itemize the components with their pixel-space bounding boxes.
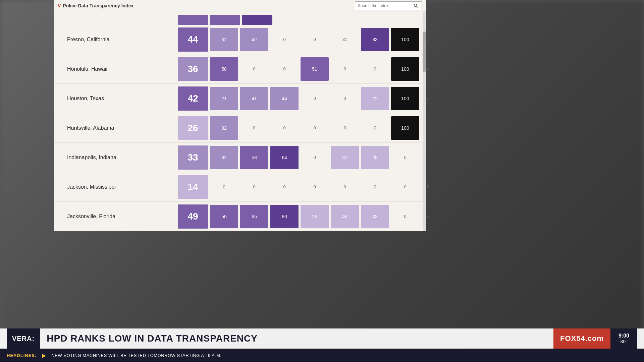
ticker-bar: HEADLINES: ▶ NEW VOTING MACHINES WILL BE… (0, 349, 644, 362)
score-cell: 0 (301, 175, 329, 199)
vera-label: VERA: (12, 335, 35, 343)
vera-logo-icon: V (58, 3, 61, 8)
score-cell: 51 (301, 57, 329, 81)
score-cell: 65 (240, 205, 268, 228)
score-cell: 80 (270, 205, 299, 228)
ticker-text: NEW VOTING MACHINES WILL BE TESTED TOMOR… (51, 353, 221, 358)
scrollbar-track[interactable] (423, 11, 426, 231)
ticker-label: HEADLINES: (7, 353, 37, 358)
fox54-logo: FOX54.com (560, 334, 604, 343)
score-cells: 33325364031280 (178, 145, 423, 170)
score-cell: 0 (331, 87, 359, 110)
city-name: Jackson, Mississippi (54, 184, 178, 190)
score-cell: 0 (391, 175, 419, 199)
city-name: Huntsville, Alabama (54, 125, 178, 131)
score-cell: 53 (240, 146, 268, 169)
score-cell: 100 (391, 28, 419, 51)
score-cell: 64 (270, 146, 299, 169)
score-cell: 0 (331, 116, 359, 140)
headline-bar: VERA: HPD RANKS LOW IN DATA TRANSPARENCY… (0, 328, 644, 349)
index-panel: V Police Data Transparency Index Fresno,… (54, 0, 426, 231)
score-cell: 0 (301, 28, 329, 51)
network-name: FOX54 (560, 334, 585, 343)
overall-score: 33 (178, 145, 208, 170)
score-cell: 46 (331, 205, 359, 228)
score-cells: 263200000100 (178, 116, 423, 140)
score-cell: 0 (391, 205, 419, 228)
overall-score: 49 (178, 204, 208, 229)
temp-display: 80° (620, 339, 627, 344)
score-cell: 100 (391, 87, 419, 110)
score-cell: 32 (210, 116, 238, 140)
score-cell: 0 (361, 57, 389, 81)
score-cell: 26 (301, 205, 329, 228)
score-cells: 140000000 (178, 175, 423, 199)
overall-score: 14 (178, 175, 208, 199)
ticker-divider: ▶ (42, 352, 46, 359)
page-title: Police Data Transparency Index (63, 3, 133, 8)
headline-text: HPD RANKS LOW IN DATA TRANSPARENCY (40, 333, 553, 344)
top-partial-row (54, 11, 426, 25)
score-cell: 0 (361, 175, 389, 199)
score-cell: 31 (331, 28, 359, 51)
score-cell: 0 (270, 57, 299, 81)
partial-cells (178, 15, 274, 25)
header-title: V Police Data Transparency Index (58, 3, 133, 8)
score-cell: 0 (270, 28, 299, 51)
score-cell: 0 (361, 116, 389, 140)
table-row: Huntsville, Alabama2632000001000 (54, 113, 426, 143)
score-cell: 42 (240, 28, 268, 51)
score-cells: 495065802646330 (178, 204, 423, 229)
score-cells: 422141440022100 (178, 86, 423, 111)
score-cell: 0 (240, 57, 268, 81)
score-cell: 0 (301, 146, 329, 169)
partial-cell-1 (178, 15, 208, 25)
svg-line-1 (417, 6, 418, 7)
network-suffix: .com (585, 334, 604, 343)
overall-score: 36 (178, 57, 208, 81)
overall-score: 44 (178, 27, 208, 52)
table-row: Jacksonville, Florida49506580264633036 (54, 202, 426, 231)
city-name: Fresno, California (54, 37, 178, 43)
search-box[interactable] (355, 1, 422, 10)
score-cell: 0 (270, 116, 299, 140)
score-cell: 0 (270, 175, 299, 199)
score-cell: 22 (361, 87, 389, 110)
time-display: 9:00 (619, 333, 629, 339)
score-cell: 44 (270, 87, 299, 110)
overall-score: 42 (178, 86, 208, 111)
table-row: Honolulu, Hawaii365800510010044 (54, 54, 426, 84)
time-temp-box: 9:00 80° (610, 328, 637, 349)
city-name: Jacksonville, Florida (54, 214, 178, 220)
scrollbar-thumb[interactable] (423, 32, 426, 72)
table-row: Indianapolis, Indiana333253640312800 (54, 143, 426, 172)
city-name: Honolulu, Hawaii (54, 66, 178, 72)
score-cell: 41 (240, 87, 268, 110)
score-cell: 0 (391, 146, 419, 169)
score-cells: 443242003183100 (178, 27, 423, 52)
search-input[interactable] (358, 3, 412, 8)
score-cell: 33 (361, 205, 389, 228)
score-cell: 31 (331, 146, 359, 169)
score-cell: 0 (331, 57, 359, 81)
table-row: Fresno, California44324200318310037 (54, 25, 426, 54)
overall-score: 26 (178, 116, 208, 140)
svg-point-0 (414, 4, 417, 6)
score-cell: 0 (301, 87, 329, 110)
score-cell: 0 (331, 175, 359, 199)
score-cell: 100 (391, 116, 419, 140)
score-cells: 3658005100100 (178, 57, 423, 81)
score-cell: 100 (391, 57, 419, 81)
score-cell: 32 (210, 146, 238, 169)
score-cell: 0 (240, 116, 268, 140)
partial-cell-2 (210, 15, 240, 25)
score-cell: 28 (361, 146, 389, 169)
vera-badge: VERA: (7, 328, 40, 349)
search-icon (414, 3, 418, 8)
table-row: Houston, Texas42214144002210057 (54, 84, 426, 113)
city-name: Indianapolis, Indiana (54, 155, 178, 161)
fox54-badge: FOX54.com (553, 328, 610, 349)
score-cell: 58 (210, 57, 238, 81)
header-bar: V Police Data Transparency Index (54, 0, 426, 11)
score-cell: 0 (210, 175, 238, 199)
